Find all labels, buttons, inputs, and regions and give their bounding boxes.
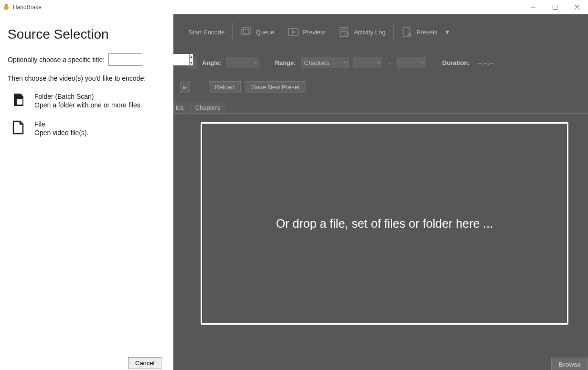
specific-title-row: Optionally choose a specific title: ▲ ▼ [8, 53, 167, 66]
toolbar-separator [393, 22, 394, 42]
svg-rect-7 [244, 28, 250, 33]
svg-rect-16 [16, 98, 23, 105]
title-spinner[interactable]: ▲ ▼ [108, 53, 142, 66]
cancel-button[interactable]: Cancel [128, 357, 161, 369]
svg-rect-6 [242, 29, 248, 35]
specific-title-label: Optionally choose a specific title: [8, 56, 105, 63]
bottom-row: Browse [173, 356, 588, 370]
activity-log-icon [338, 26, 350, 38]
drop-zone-text: Or drop a file, set of files or folder h… [276, 217, 493, 231]
angle-label: Angle: [202, 59, 221, 66]
source-selection-panel: Source Selection Optionally choose a spe… [0, 14, 173, 370]
svg-rect-3 [553, 5, 557, 10]
queue-label: Queue [256, 29, 274, 36]
drop-zone[interactable]: Or drop a file, set of files or folder h… [201, 122, 568, 325]
source-selection-heading: Source Selection [8, 27, 167, 42]
start-encode-button[interactable]: Start Encode [182, 26, 231, 39]
file-icon [12, 120, 26, 136]
folder-batch-scan-option[interactable]: Folder (Batch Scan) Open a folder with o… [8, 93, 167, 109]
svg-rect-14 [403, 28, 410, 36]
angle-dropdown[interactable]: ▾ [226, 57, 259, 68]
duration-label: Duration: [442, 59, 470, 66]
queue-icon [240, 26, 252, 38]
app-icon [2, 3, 10, 11]
close-button[interactable] [566, 0, 588, 14]
queue-button[interactable]: Queue [234, 23, 281, 41]
toolbar: Start Encode Queue Preview Activity Log … [173, 14, 588, 50]
svg-rect-1 [5, 4, 8, 6]
svg-marker-9 [292, 31, 295, 33]
presets-label: Presets [417, 29, 438, 36]
tabs-row: les Chapters [173, 98, 588, 114]
activity-log-label: Activity Log [353, 29, 385, 36]
presets-button[interactable]: Presets ▼ [395, 23, 457, 41]
preview-label: Preview [303, 29, 325, 36]
spinner-up-button[interactable]: ▲ [190, 54, 193, 60]
range-start-dropdown[interactable]: ▾ [353, 57, 382, 68]
presets-icon [401, 26, 413, 38]
duration-value: --:--:-- [478, 59, 493, 66]
instruction-text: Then choose the video(s) you'd like to e… [8, 74, 167, 82]
maximize-button[interactable] [544, 0, 566, 14]
file-option-subtitle: Open video file(s). [34, 129, 89, 137]
preset-row: ▸ Reload Save New Preset [173, 75, 588, 98]
preview-button[interactable]: Preview [281, 23, 331, 41]
range-type-value: Chapters [304, 59, 330, 66]
spinner-down-button[interactable]: ▼ [190, 60, 193, 66]
range-dash: - [387, 59, 393, 66]
title-bar: HandBrake [0, 0, 588, 14]
file-option-title: File [34, 120, 89, 128]
chevron-down-icon: ▼ [444, 29, 450, 36]
preset-arrow-button[interactable]: ▸ [180, 81, 190, 93]
toolbar-separator [232, 22, 233, 42]
folder-option-title: Folder (Batch Scan) [34, 93, 142, 100]
start-encode-label: Start Encode [189, 29, 225, 36]
title-options-row: ▾ Angle: ▾ Range: Chapters▾ ▾ - ▾ Durati… [173, 50, 588, 75]
svg-point-15 [408, 33, 411, 36]
folder-option-subtitle: Open a folder with one or more files. [34, 101, 142, 109]
folder-icon [12, 93, 26, 108]
svg-rect-10 [340, 28, 348, 36]
range-type-dropdown[interactable]: Chapters▾ [301, 57, 349, 68]
svg-point-0 [4, 5, 9, 10]
browse-button[interactable]: Browse [551, 358, 588, 370]
app-title: HandBrake [13, 4, 42, 11]
title-spinner-input[interactable] [109, 54, 189, 65]
window-controls [522, 0, 588, 14]
activity-log-button[interactable]: Activity Log [331, 23, 392, 41]
range-end-dropdown[interactable]: ▾ [397, 57, 426, 68]
minimize-button[interactable] [522, 0, 544, 14]
tab-chapters[interactable]: Chapters [190, 102, 226, 113]
save-new-preset-button[interactable]: Save New Preset [246, 81, 306, 93]
reload-button[interactable]: Reload [209, 81, 241, 93]
file-option[interactable]: File Open video file(s). [8, 120, 167, 137]
preview-icon [288, 26, 299, 38]
range-label: Range: [275, 59, 296, 66]
